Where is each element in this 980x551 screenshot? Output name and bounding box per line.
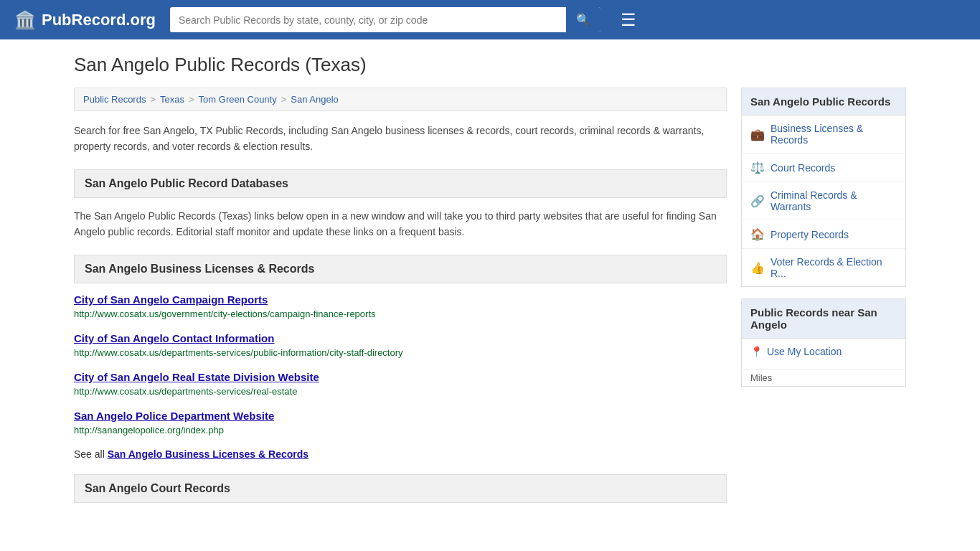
- briefcase-icon: 💼: [750, 128, 765, 141]
- site-logo[interactable]: 🏛️ PubRecord.org: [14, 10, 156, 30]
- see-all-link[interactable]: San Angelo Business Licenses & Records: [108, 448, 308, 460]
- link-icon: 🔗: [750, 194, 765, 208]
- breadcrumb-link-city[interactable]: San Angelo: [291, 94, 339, 105]
- sidebar-label-voter: Voter Records & Election R...: [771, 256, 897, 279]
- miles-label: Miles: [742, 369, 905, 386]
- use-my-location-label: Use My Location: [767, 346, 842, 357]
- record-link-contact[interactable]: City of San Angelo Contact Information: [74, 332, 727, 344]
- sidebar-location: 📍 Use My Location: [742, 339, 905, 369]
- record-url-campaign: http://www.cosatx.us/government/city-ele…: [74, 309, 727, 319]
- search-input[interactable]: [170, 9, 566, 32]
- record-url-realestate: http://www.cosatx.us/departments-service…: [74, 386, 727, 397]
- sidebar-item-court-records[interactable]: ⚖️ Court Records: [742, 154, 905, 182]
- sidebar-item-business-licenses[interactable]: 💼 Business Licenses & Records: [742, 116, 905, 154]
- use-my-location-link[interactable]: 📍 Use My Location: [750, 346, 897, 357]
- record-entry: City of San Angelo Real Estate Division …: [74, 371, 727, 397]
- search-bar: 🔍: [170, 7, 600, 32]
- sidebar-label-property: Property Records: [771, 229, 849, 240]
- record-entry: City of San Angelo Campaign Reports http…: [74, 293, 727, 319]
- record-entry: San Angelo Police Department Website htt…: [74, 410, 727, 435]
- sidebar-nearby-title: Public Records near San Angelo: [742, 299, 905, 339]
- record-link-police[interactable]: San Angelo Police Department Website: [74, 410, 727, 422]
- scales-icon: ⚖️: [750, 161, 765, 174]
- home-icon: 🏠: [750, 227, 765, 241]
- databases-description: The San Angelo Public Records (Texas) li…: [74, 208, 727, 240]
- breadcrumb-sep-3: >: [281, 94, 287, 105]
- sidebar-public-records-title: San Angelo Public Records: [742, 88, 905, 116]
- record-url-contact: http://www.cosatx.us/departments-service…: [74, 347, 727, 358]
- hamburger-menu[interactable]: ☰: [621, 10, 636, 30]
- location-pin-icon: 📍: [750, 346, 763, 357]
- sidebar-label-court: Court Records: [771, 162, 835, 174]
- breadcrumb: Public Records > Texas > Tom Green Count…: [74, 88, 727, 111]
- breadcrumb-sep-2: >: [189, 94, 194, 105]
- breadcrumb-link-public-records[interactable]: Public Records: [83, 94, 146, 105]
- site-name: PubRecord.org: [42, 11, 156, 29]
- site-header: 🏛️ PubRecord.org 🔍 ☰: [0, 0, 980, 39]
- logo-icon: 🏛️: [14, 10, 36, 30]
- record-link-realestate[interactable]: City of San Angelo Real Estate Division …: [74, 371, 727, 383]
- business-licenses-section-header: San Angelo Business Licenses & Records: [74, 255, 727, 283]
- see-all-prefix: See all: [74, 448, 108, 460]
- court-records-section-header: San Angelo Court Records: [74, 474, 727, 503]
- record-entry: City of San Angelo Contact Information h…: [74, 332, 727, 358]
- see-all-business: See all San Angelo Business Licenses & R…: [74, 448, 727, 460]
- sidebar-label-criminal: Criminal Records & Warrants: [771, 189, 897, 212]
- main-content: Public Records > Texas > Tom Green Count…: [74, 88, 727, 513]
- databases-section-header: San Angelo Public Record Databases: [74, 169, 727, 198]
- record-link-campaign[interactable]: City of San Angelo Campaign Reports: [74, 293, 727, 306]
- sidebar-label-business: Business Licenses & Records: [771, 123, 897, 146]
- record-url-police: http://sanangelopolice.org/index.php: [74, 425, 727, 435]
- sidebar-item-property-records[interactable]: 🏠 Property Records: [742, 220, 905, 249]
- sidebar-item-voter-records[interactable]: 👍 Voter Records & Election R...: [742, 249, 905, 286]
- page-title: San Angelo Public Records (Texas): [74, 54, 906, 76]
- search-button[interactable]: 🔍: [566, 7, 600, 32]
- thumbsup-icon: 👍: [750, 261, 765, 275]
- sidebar: San Angelo Public Records 💼 Business Lic…: [741, 88, 906, 513]
- sidebar-nearby-box: Public Records near San Angelo 📍 Use My …: [741, 298, 906, 387]
- sidebar-public-records-box: San Angelo Public Records 💼 Business Lic…: [741, 88, 906, 287]
- breadcrumb-sep-1: >: [150, 94, 156, 105]
- intro-text: Search for free San Angelo, TX Public Re…: [74, 123, 727, 155]
- sidebar-item-criminal-records[interactable]: 🔗 Criminal Records & Warrants: [742, 182, 905, 220]
- content-layout: Public Records > Texas > Tom Green Count…: [74, 88, 906, 513]
- breadcrumb-link-county[interactable]: Tom Green County: [199, 94, 277, 105]
- breadcrumb-link-texas[interactable]: Texas: [160, 94, 184, 105]
- main-container: San Angelo Public Records (Texas) Public…: [60, 39, 920, 527]
